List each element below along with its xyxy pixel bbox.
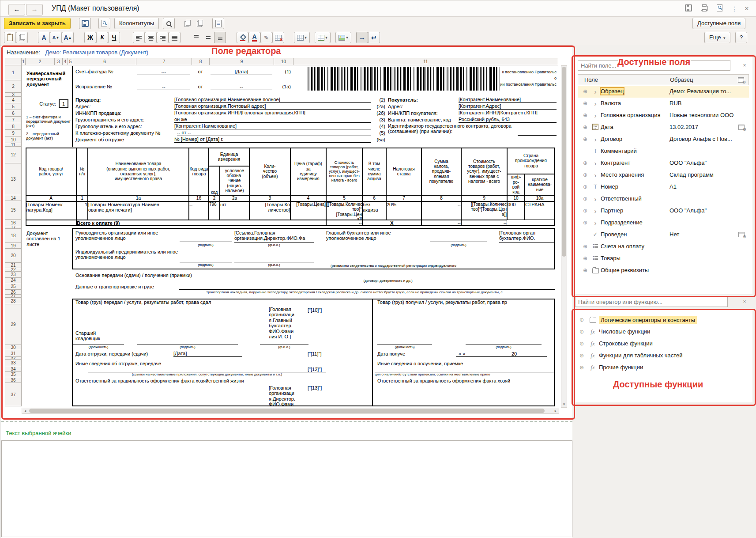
expand-icon[interactable]: ⊕ — [583, 184, 587, 190]
edit-pencil-button[interactable]: ✎ — [260, 32, 272, 43]
nav-forward-button[interactable]: → — [26, 4, 43, 15]
underline-button[interactable]: Ч — [108, 32, 120, 43]
expand-icon[interactable]: ⊕ — [583, 208, 587, 214]
row-header[interactable]: 12 — [5, 147, 22, 163]
sheet-cell[interactable]: Документ об отгрузке — [75, 137, 173, 143]
row-header[interactable]: 9 — [5, 130, 22, 136]
valign-bottom-button[interactable] — [214, 32, 226, 43]
field-row[interactable]: ⊕Товары — [578, 253, 749, 265]
sheet-cell[interactable]: Валюта: наименование, код — [388, 117, 459, 123]
expand-icon[interactable]: ⊕ — [579, 317, 584, 323]
field-row[interactable]: ⊕›ДоговорДоговор Альфа с Нов... — [578, 133, 749, 145]
text-direction-button[interactable]: → — [356, 32, 368, 43]
sheet-cell[interactable]: (5а) — [372, 137, 385, 143]
sheet-cell[interactable]: Российский рубль, 643 — [459, 117, 557, 123]
save-button[interactable] — [79, 18, 91, 29]
sheet-cell[interactable]: Счет-фактура № — [75, 69, 135, 75]
sheet-cell[interactable]: (договор; доверенность и др.) — [286, 279, 489, 283]
expand-icon[interactable]: ⊕ — [583, 220, 587, 226]
document-sheet[interactable]: Универсальный передаточный документСчет-… — [22, 65, 559, 407]
print-icon[interactable] — [700, 4, 709, 13]
row-header[interactable]: 14 — [5, 195, 22, 201]
valign-top-button[interactable] — [190, 32, 202, 43]
sheet-cell[interactable]: [Головная организация.Наименование полно… — [174, 97, 371, 103]
column-header[interactable]: 11 — [293, 58, 558, 65]
row-header[interactable]: 3 — [5, 93, 22, 97]
sheet-cell[interactable]: [Контрагент.Адрес] — [459, 103, 557, 110]
field-row[interactable]: ⊕›Место храненияСклад программ — [578, 169, 749, 181]
help-button[interactable]: ? — [735, 32, 747, 43]
fill-color-button[interactable] — [237, 32, 248, 43]
expand-icon[interactable]: ⊕ — [579, 364, 584, 371]
sheet-cell[interactable]: 1 — [59, 99, 68, 108]
sheet-cell[interactable]: Адрес: — [388, 104, 458, 110]
sheet-cell[interactable]: [Контрагент.Наименование] — [459, 97, 557, 103]
column-header[interactable]: 2 — [26, 58, 55, 65]
expand-icon[interactable]: ⊕ — [583, 255, 587, 261]
expand-icon[interactable]: ⊕ — [583, 100, 587, 106]
sheet-cell[interactable]: [Дата] — [211, 69, 272, 75]
expand-icon[interactable]: ⊕ — [583, 88, 587, 95]
sheet-cell[interactable]: Покупатель: — [388, 97, 458, 103]
text-wrap-button[interactable]: ↵ — [368, 32, 380, 43]
column-header[interactable]: 6 — [73, 58, 136, 65]
sheet-cell[interactable]: Исправление № — [75, 84, 135, 90]
sheet-corner[interactable] — [5, 58, 22, 65]
row-header[interactable]: 11 — [5, 143, 22, 147]
sheet-cell[interactable]: [Головная организация.ИНН]/[Головная орг… — [174, 110, 371, 116]
field-row[interactable]: ⊕›Подразделение — [578, 217, 749, 229]
preview-button[interactable] — [98, 18, 110, 29]
sheet-cell[interactable]: ИНН/КПП продавца: — [75, 110, 173, 116]
scroll-right-icon[interactable]: ▸ — [553, 408, 558, 413]
table-dropdown[interactable]: ▾ — [315, 32, 331, 43]
save-icon[interactable] — [684, 4, 693, 13]
nav-back-button[interactable]: ← — [8, 4, 25, 15]
field-row[interactable]: ⊕Общие реквизиты — [578, 265, 749, 277]
more-button[interactable]: Еще ▾ — [704, 32, 730, 43]
field-row[interactable]: ⊕Счета на оплату — [578, 241, 749, 253]
sheet-cell[interactable]: Продавец: — [75, 97, 173, 103]
sheet-cell[interactable]: Статус: — [30, 101, 56, 107]
fields-search-close-icon[interactable]: × — [741, 62, 748, 69]
sheet-cell[interactable]: 2 – передаточный документ (акт) — [26, 132, 72, 144]
sheet-cell[interactable]: [Контрагент.ИНН]/[Контрагент.КПП] — [459, 110, 557, 116]
expand-icon[interactable]: ⊕ — [583, 243, 587, 250]
row-header[interactable]: 25 — [5, 283, 22, 290]
sheet-cell[interactable]: (5) — [372, 130, 385, 136]
row-header[interactable]: 26 — [5, 290, 22, 295]
functions-search-input[interactable] — [575, 296, 728, 307]
font-button[interactable]: А — [38, 32, 50, 43]
sheet-cell[interactable]: (2) — [372, 97, 385, 103]
row-header[interactable]: 36 — [5, 377, 22, 383]
sheet-cell[interactable]: --- — [137, 69, 190, 75]
functions-search-close-icon[interactable]: × — [741, 298, 748, 305]
function-row[interactable]: ⊕fxФункции для табличных частей — [574, 350, 752, 362]
row-header[interactable]: 23 — [5, 272, 22, 278]
column-header[interactable]: 1 — [22, 58, 26, 65]
column-header[interactable]: 7 — [136, 58, 192, 65]
bold-button[interactable]: Ж — [84, 32, 96, 43]
paste-format-button[interactable] — [194, 18, 206, 29]
valign-middle-button[interactable] — [202, 32, 214, 43]
sheet-cell[interactable]: (1а) — [275, 84, 291, 90]
scroll-left-icon[interactable]: ◂ — [23, 408, 28, 413]
expand-icon[interactable]: ⊕ — [583, 160, 587, 166]
page-setup-button[interactable] — [212, 18, 224, 29]
field-row[interactable]: ⊕›ПартнерООО "Альфа" — [578, 205, 749, 217]
table-settings-icon[interactable] — [738, 77, 744, 83]
expand-icon[interactable]: ⊕ — [583, 267, 587, 273]
row-header[interactable]: 4 — [5, 97, 22, 103]
vertical-scrollbar[interactable]: ▾ — [561, 65, 567, 408]
row-header[interactable]: 28 — [5, 298, 22, 304]
row-header[interactable]: 20 — [5, 249, 22, 263]
sheet-cell[interactable]: -- — [211, 84, 272, 90]
field-row[interactable]: ⊕›Ответственный — [578, 193, 749, 205]
sheet-cell[interactable]: ИНН/КПП покупателя: — [388, 110, 458, 116]
align-left-button[interactable] — [133, 32, 145, 43]
expand-icon[interactable]: ⊕ — [579, 352, 584, 359]
row-header[interactable]: 35 — [5, 372, 22, 377]
sheet-cell[interactable]: Данные о транспортировке и грузе — [75, 284, 179, 290]
row-header[interactable]: 7 — [5, 117, 22, 123]
assignment-link[interactable]: Демо: Реализация товаров (Документ) — [45, 49, 148, 56]
sheet-cell[interactable]: 1 – счет-фактура и передаточный документ… — [26, 115, 72, 133]
